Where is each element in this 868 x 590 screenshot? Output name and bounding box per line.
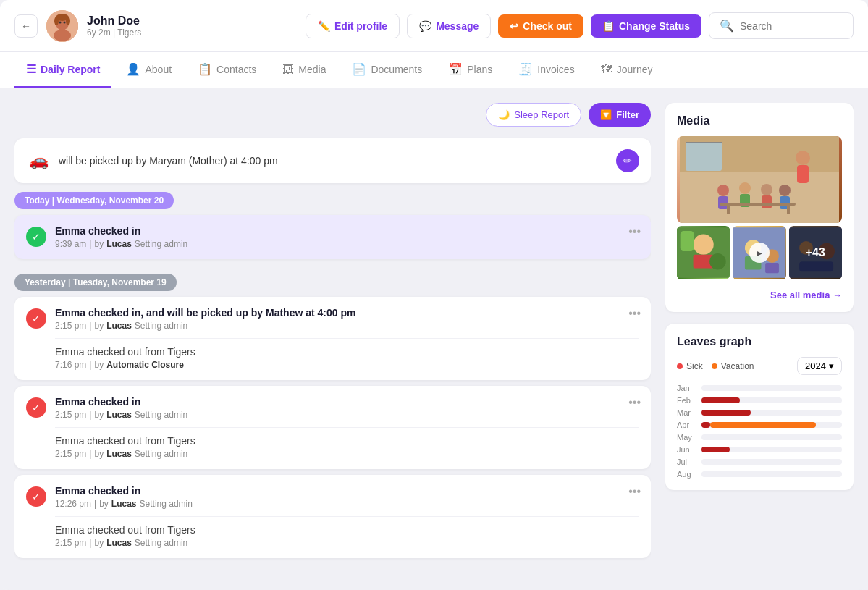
svg-rect-10 [680,172,839,223]
play-icon[interactable]: ▶ [749,243,770,263]
media-main-image[interactable] [677,136,842,223]
media-card: Media [665,103,854,312]
svg-point-27 [694,235,714,255]
tab-plans[interactable]: 📅 Plans [437,52,504,88]
event-meta: 2:15 pm | by Lucas Setting admin [55,321,639,331]
sick-legend: Sick [677,361,703,371]
bar-row: Jun [677,445,842,454]
vacation-bar [710,422,816,428]
search-icon: 🔍 [720,19,734,33]
svg-rect-24 [727,206,730,214]
media-thumb-2-video[interactable]: ▶ [733,226,785,279]
svg-point-8 [66,17,70,25]
svg-rect-25 [787,206,790,214]
sick-bar [701,397,740,403]
back-button[interactable]: ← [14,14,38,38]
check-in-icon: ✓ [26,227,46,247]
bar-row: Apr [677,421,842,429]
svg-point-19 [761,184,772,195]
vacation-legend: Vacation [712,361,754,371]
filter-icon: 🔽 [600,109,612,120]
event-title: Emma checked in [55,225,639,237]
sick-bar [701,410,751,416]
bar-month-label: Aug [677,470,696,479]
svg-point-17 [739,182,751,194]
tab-media[interactable]: 🖼 Media [271,53,337,88]
event-secondary-meta: 2:15 pm | by Lucas Setting admin [55,538,639,548]
search-box[interactable]: 🔍 [709,12,854,39]
tab-contacts[interactable]: 📋 Contacts [186,52,268,88]
tab-about[interactable]: 👤 About [114,52,183,88]
checkout-button[interactable]: ↩ Check out [498,14,583,38]
see-all-media-link[interactable]: See all media → [677,290,842,300]
bar-track [701,459,842,465]
car-icon: 🚗 [29,151,49,170]
bar-row: Mar [677,408,842,417]
event-title: Emma checked in, and will be picked up b… [55,307,639,319]
sick-dot [677,363,683,369]
svg-point-30 [709,253,726,270]
event-meta: 2:15 pm | by Lucas Setting admin [55,410,639,420]
user-meta: 6y 2m | Tigers [87,28,141,38]
media-thumb-3-count[interactable]: +43 [789,226,842,279]
more-options-button[interactable]: ••• [628,307,641,320]
svg-rect-20 [762,195,772,208]
event-time: 2:15 pm [55,321,86,331]
event-role: Setting admin [135,239,187,249]
pencil-icon: ✏️ [318,20,330,32]
tab-journey[interactable]: 🗺 Journey [589,53,665,88]
sick-bar [701,447,730,452]
event-info: Emma checked in 9:39 am | by Lucas Setti… [55,225,639,249]
event-by: Lucas [106,321,132,331]
journey-icon: 🗺 [601,63,612,76]
message-icon: 💬 [419,20,431,32]
filter-button[interactable]: 🔽 Filter [589,103,651,127]
media-thumb-1[interactable] [677,226,730,279]
tabs-bar: ☰ Daily Report 👤 About 📋 Contacts 🖼 Medi… [0,52,868,88]
more-options-button[interactable]: ••• [628,225,641,238]
svg-point-13 [796,151,810,165]
tab-documents[interactable]: 📄 Documents [340,52,434,88]
event-role: Setting admin [135,321,187,331]
event-card: ✓ Emma checked in, and will be picked up… [14,297,651,380]
change-status-button[interactable]: 📋 Change Status [591,14,701,38]
edit-pickup-button[interactable]: ✏ [616,149,639,172]
right-panel: Media [665,103,854,576]
edit-icon: ✏ [623,155,632,167]
status-icon: 📋 [602,20,615,32]
message-button[interactable]: 💬 Message [407,14,491,38]
tab-daily-report[interactable]: ☰ Daily Report [14,52,111,88]
event-secondary-title: Emma checked out from Tigers [55,346,639,358]
sleep-report-button[interactable]: 🌙 Sleep Report [486,103,581,127]
event-time: 9:39 am [55,239,86,249]
more-options-button[interactable]: ••• [628,485,641,498]
check-in-icon: ✓ [26,308,46,329]
sick-bar [701,422,710,428]
pickup-text: will be picked up by Maryam (Mother) at … [59,155,278,167]
yesterday-section: Yesterday | Tuesday, November 19 ✓ Emma … [14,274,651,564]
plans-icon: 📅 [448,62,463,76]
event-card: ✓ Emma checked in 9:39 am | by Lucas Set… [14,215,651,259]
tab-invoices[interactable]: 🧾 Invoices [507,52,586,88]
user-info: John Doe 6y 2m | Tigers [87,14,141,38]
chevron-down-icon: ▾ [829,361,834,371]
event-row: ✓ Emma checked in 12:26 pm | by Lucas Se… [26,485,639,548]
more-options-button[interactable]: ••• [628,396,641,409]
year-selector[interactable]: 2024 ▾ [797,357,842,375]
event-row: ✓ Emma checked in 2:15 pm | by Lucas Set… [26,396,639,459]
bar-row: Aug [677,470,842,479]
yesterday-badge: Yesterday | Tuesday, November 19 [14,274,177,291]
bar-track [701,397,842,403]
bar-chart: JanFebMarAprMayJunJulAug [677,384,842,479]
search-input[interactable] [740,20,843,32]
svg-rect-14 [797,165,809,183]
event-meta: 9:39 am | by Lucas Setting admin [55,239,639,249]
bar-month-label: Feb [677,396,696,405]
edit-profile-button[interactable]: ✏️ Edit profile [306,14,400,38]
moon-icon: 🌙 [498,109,510,120]
svg-point-15 [717,185,729,196]
event-meta: 12:26 pm | by Lucas Setting admin [55,499,639,509]
event-info: Emma checked in 12:26 pm | by Lucas Sett… [55,485,639,548]
invoices-icon: 🧾 [518,62,533,76]
vacation-dot [712,363,717,369]
